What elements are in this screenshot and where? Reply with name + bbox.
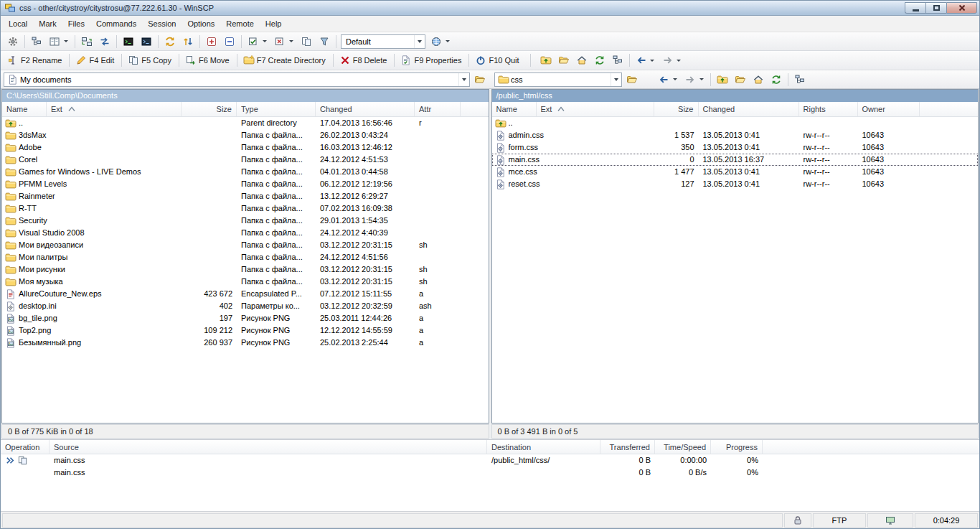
- column-header-owner[interactable]: Owner: [858, 102, 920, 116]
- column-header-changed[interactable]: Changed: [699, 102, 799, 116]
- toolbar-button-console[interactable]: [120, 34, 137, 50]
- file-row[interactable]: Top2.png109 212Рисунок PNG12.12.2012 14:…: [2, 324, 489, 337]
- file-row[interactable]: ..: [492, 117, 979, 129]
- menu-mark[interactable]: Mark: [33, 17, 62, 31]
- dropdown-arrow-icon[interactable]: [444, 36, 451, 47]
- dropdown-arrow-icon[interactable]: [62, 36, 69, 47]
- file-row[interactable]: reset.css12713.05.2013 0:41rw-r--r--1064…: [492, 178, 979, 190]
- file-row[interactable]: main.css013.05.2013 16:37rw-r--r--10643: [492, 154, 979, 166]
- column-header-ext[interactable]: Ext: [537, 102, 654, 116]
- button-f8-delete[interactable]: F8 Delete: [336, 52, 392, 68]
- toolbar-button-explorer-tree[interactable]: [609, 52, 626, 68]
- queue-header-source[interactable]: Source: [50, 440, 487, 454]
- file-row[interactable]: AdobeПапка с файла...16.03.2013 12:46:12: [2, 141, 489, 154]
- queue-header-destination[interactable]: Destination: [487, 440, 600, 454]
- column-header-rights[interactable]: Rights: [799, 102, 858, 116]
- nav-forward[interactable]: [682, 72, 707, 88]
- queue-row[interactable]: main.css/public_html/css/0 B0:00:000%: [1, 454, 979, 467]
- toolbar-button-putty[interactable]: [138, 34, 155, 50]
- queue-header-progress[interactable]: Progress: [711, 440, 763, 454]
- menu-local[interactable]: Local: [3, 17, 33, 31]
- dropdown-arrow-icon[interactable]: [676, 55, 682, 66]
- transfer-preset-combo[interactable]: Default: [341, 34, 425, 49]
- button-f10-quit[interactable]: F10 Quit: [472, 52, 523, 68]
- minimize-button[interactable]: [905, 2, 925, 14]
- column-header-size[interactable]: Size: [182, 102, 237, 116]
- local-open-directory-button[interactable]: [471, 72, 489, 88]
- dropdown-arrow-icon[interactable]: [261, 36, 268, 47]
- local-file-list[interactable]: ..Parent directory17.04.2013 16:56:46r3d…: [2, 117, 489, 423]
- toolbar-button-select-remove[interactable]: [221, 34, 238, 50]
- queue-list[interactable]: main.css/public_html/css/0 B0:00:000%mai…: [1, 454, 979, 479]
- file-row[interactable]: Visual Studio 2008Папка с файла...24.12.…: [2, 227, 489, 239]
- toolbar-button-preferences[interactable]: [4, 34, 22, 50]
- local-directory-dropdown-icon[interactable]: [458, 73, 469, 86]
- button-f5-copy[interactable]: F5 Copy: [125, 52, 176, 68]
- column-header-size[interactable]: Size: [654, 102, 699, 116]
- dropdown-arrow-icon[interactable]: [672, 74, 678, 85]
- titlebar[interactable]: css - other/citystroy/citystrosu@77.222.…: [1, 1, 979, 16]
- file-row[interactable]: Мои рисункиПапка с файла...03.12.2012 20…: [2, 263, 489, 276]
- column-header-attr[interactable]: Attr: [415, 102, 461, 116]
- button-f6-move[interactable]: F6 Move: [182, 52, 234, 68]
- dropdown-arrow-icon[interactable]: [649, 55, 656, 66]
- column-header-ext[interactable]: Ext: [47, 102, 182, 116]
- dropdown-arrow-icon[interactable]: [288, 36, 294, 47]
- file-row[interactable]: PFMM LevelsПапка с файла...06.12.2012 12…: [2, 178, 489, 190]
- file-row[interactable]: admin.css1 53713.05.2013 0:41rw-r--r--10…: [492, 129, 979, 141]
- button-f2-rename[interactable]: F2 Rename: [4, 52, 66, 68]
- file-row[interactable]: bg_tile.png197Рисунок PNG25.03.2011 12:4…: [2, 312, 489, 324]
- file-row[interactable]: Мои палитрыПапка с файла...24.12.2012 4:…: [2, 251, 489, 263]
- file-row[interactable]: Мои видеозаписиПапка с файла...03.12.201…: [2, 239, 489, 251]
- queue-row[interactable]: main.css0 B0 B/s0%: [1, 467, 979, 479]
- protocol-panel[interactable]: FTP: [813, 513, 866, 528]
- toolbar-button-parent-directory[interactable]: [537, 52, 555, 68]
- nav-explorer-tree[interactable]: [791, 72, 809, 88]
- nav-parent-directory[interactable]: [714, 72, 731, 88]
- file-row[interactable]: RainmeterПапка с файла...13.12.2012 6:29…: [2, 190, 489, 202]
- queue-header-time-speed[interactable]: Time/Speed: [655, 440, 711, 454]
- remote-open-directory-button[interactable]: [623, 72, 641, 88]
- column-header-changed[interactable]: Changed: [316, 102, 415, 116]
- column-header-name[interactable]: Name: [492, 102, 537, 116]
- toolbar-button-sync-browsing[interactable]: [78, 34, 95, 50]
- menu-options[interactable]: Options: [182, 17, 220, 31]
- file-row[interactable]: Моя музыкаПапка с файла...03.12.2012 20:…: [2, 276, 489, 288]
- nav-home[interactable]: [750, 72, 767, 88]
- file-row[interactable]: 3dsMaxПапка с файла...26.02.2013 0:43:24: [2, 129, 489, 141]
- transfer-preset-dropdown-icon[interactable]: [414, 35, 425, 48]
- toolbar-button-mirror[interactable]: [179, 34, 197, 50]
- file-row[interactable]: mce.css1 47713.05.2013 0:41rw-r--r--1064…: [492, 166, 979, 178]
- queue-header-transferred[interactable]: Transferred: [600, 440, 655, 454]
- dropdown-arrow-icon[interactable]: [698, 74, 705, 85]
- toolbar-button-tree-toggle[interactable]: [28, 34, 45, 50]
- button-f7-create-directory[interactable]: F7 Create Directory: [240, 52, 330, 68]
- toolbar-button-home[interactable]: [573, 52, 590, 68]
- toolbar-button-transfer-settings[interactable]: [428, 34, 453, 50]
- toolbar-button-refresh[interactable]: [591, 52, 608, 68]
- file-row[interactable]: R-TTПапка с файла...07.02.2013 16:09:38: [2, 202, 489, 215]
- menu-session[interactable]: Session: [142, 17, 182, 31]
- remote-file-list[interactable]: ..admin.css1 53713.05.2013 0:41rw-r--r--…: [492, 117, 979, 423]
- local-path-header[interactable]: C:\Users\Still.Comp\Documents: [2, 90, 489, 102]
- toolbar-button-back[interactable]: [633, 52, 659, 68]
- toolbar-button-swap-panels[interactable]: [96, 34, 113, 50]
- toolbar-button-synchronize[interactable]: [161, 34, 179, 50]
- file-row[interactable]: AllureCouture_New.eps423 672Encapsulated…: [2, 288, 489, 300]
- nav-open-folder[interactable]: [732, 72, 749, 88]
- nav-refresh[interactable]: [768, 72, 785, 88]
- toolbar-button-select-add[interactable]: [203, 34, 220, 50]
- toolbar-button-open-folder[interactable]: [555, 52, 573, 68]
- queue-header-operation[interactable]: Operation: [1, 440, 50, 454]
- nav-back[interactable]: [655, 72, 681, 88]
- button-f9-properties[interactable]: F9 Properties: [397, 52, 466, 68]
- toolbar-button-filter[interactable]: [316, 34, 333, 50]
- file-row[interactable]: SecurityПапка с файла...29.01.2013 1:54:…: [2, 215, 489, 227]
- toolbar-button-check-select[interactable]: [245, 34, 270, 50]
- column-header-type[interactable]: Type: [237, 102, 316, 116]
- remote-path-header[interactable]: /public_html/css: [492, 90, 979, 102]
- maximize-button[interactable]: [925, 2, 946, 14]
- local-directory-combo[interactable]: My documents: [4, 72, 470, 87]
- button-f4-edit[interactable]: F4 Edit: [72, 52, 118, 68]
- close-button[interactable]: [946, 2, 977, 14]
